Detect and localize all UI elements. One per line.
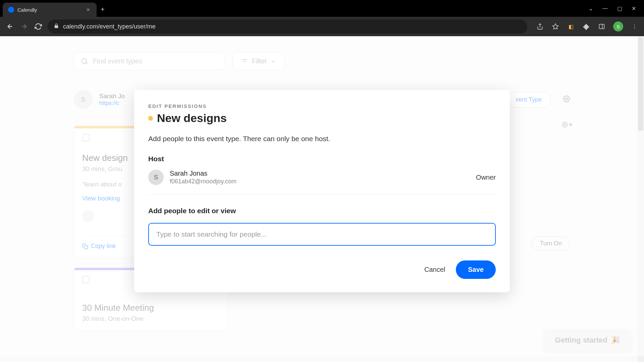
- color-dot-icon: [148, 116, 153, 121]
- host-role: Owner: [476, 174, 496, 181]
- url-text: calendly.com/event_types/user/me: [63, 23, 521, 30]
- close-tab-icon[interactable]: ×: [85, 6, 91, 13]
- modal-description: Add people to this event type. There can…: [148, 135, 496, 143]
- browser-tab[interactable]: Calendly ×: [3, 3, 97, 17]
- url-bar[interactable]: calendly.com/event_types/user/me: [48, 19, 527, 34]
- reload-button[interactable]: [34, 22, 43, 31]
- new-tab-button[interactable]: +: [101, 6, 105, 13]
- menu-icon[interactable]: ⋮: [631, 22, 639, 31]
- chevron-down-icon[interactable]: ⌄: [589, 5, 593, 12]
- back-button[interactable]: [5, 22, 15, 31]
- add-people-input[interactable]: [148, 223, 496, 246]
- minimize-icon[interactable]: ―: [602, 5, 608, 12]
- sidepanel-icon[interactable]: [598, 22, 606, 31]
- favicon: [8, 7, 14, 13]
- save-button[interactable]: Save: [456, 260, 496, 279]
- host-avatar: S: [148, 170, 164, 185]
- svg-rect-0: [599, 24, 604, 28]
- cancel-button[interactable]: Cancel: [424, 266, 445, 274]
- modal-title: New designs: [157, 112, 227, 125]
- browser-tab-bar: Calendly × + ⌄ ― ▢ ✕: [0, 0, 644, 17]
- star-icon[interactable]: [551, 22, 559, 31]
- page-content: Find event types Filter S Sarah Jo https…: [0, 36, 644, 362]
- window-controls: ⌄ ― ▢ ✕: [589, 5, 644, 12]
- maximize-icon[interactable]: ▢: [617, 5, 622, 12]
- host-email: f061ab42@moodjoy.com: [170, 178, 236, 185]
- profile-avatar[interactable]: S: [613, 21, 623, 32]
- host-row: S Sarah Jonas f061ab42@moodjoy.com Owner: [148, 170, 496, 195]
- host-label: Host: [148, 155, 496, 163]
- close-window-icon[interactable]: ✕: [632, 5, 636, 12]
- lock-icon: [54, 23, 59, 30]
- notification-icon[interactable]: ◧: [567, 22, 575, 31]
- forward-button[interactable]: [19, 22, 29, 31]
- address-bar: calendly.com/event_types/user/me ◧ S ⋮: [0, 17, 644, 36]
- edit-permissions-modal: EDIT PERMISSIONS New designs Add people …: [134, 90, 510, 292]
- tab-title: Calendly: [17, 7, 82, 13]
- share-icon[interactable]: [536, 22, 544, 31]
- modal-label: EDIT PERMISSIONS: [148, 103, 496, 109]
- add-people-label: Add people to edit or view: [148, 207, 496, 215]
- host-name: Sarah Jonas: [170, 170, 236, 177]
- extensions-icon[interactable]: [582, 22, 590, 31]
